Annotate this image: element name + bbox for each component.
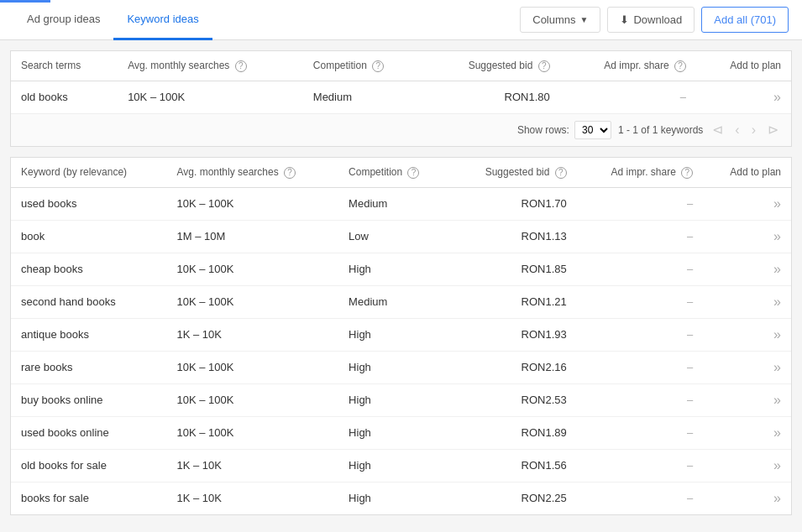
cell-search-term: old books	[11, 81, 118, 113]
columns-button[interactable]: Columns ▼	[520, 7, 600, 33]
add-to-plan-button[interactable]: »	[773, 360, 781, 375]
table-row: cheap books 10K – 100K High RON1.85 – »	[11, 253, 791, 285]
suggested-bid-help-icon[interactable]: ?	[538, 60, 550, 72]
cell-ad-impr-share: –	[560, 81, 696, 113]
table-row: buy books online 10K – 100K High RON2.53…	[11, 383, 791, 416]
cell-avg-monthly: 10K – 100K	[167, 416, 339, 449]
add-to-plan-button[interactable]: »	[773, 393, 781, 408]
cell-suggested-bid: RON1.13	[451, 220, 577, 253]
cell-competition: High	[338, 253, 451, 285]
col-kw-add-to-plan: Add to plan	[703, 158, 791, 187]
cell-add-to-plan: »	[703, 318, 791, 351]
table-row: rare books 10K – 100K High RON2.16 – »	[11, 351, 791, 383]
col-kw-competition: Competition ?	[338, 158, 451, 187]
keywords-table: Keyword (by relevance) Avg. monthly sear…	[11, 158, 791, 514]
cell-add-to-plan: »	[703, 482, 791, 514]
table-row: old books 10K – 100K Medium RON1.80 – »	[11, 81, 791, 113]
kw-avg-monthly-help-icon[interactable]: ?	[284, 167, 296, 179]
table-row: old books for sale 1K – 10K High RON1.56…	[11, 449, 791, 482]
col-keyword: Keyword (by relevance)	[11, 158, 167, 187]
avg-monthly-help-icon[interactable]: ?	[235, 60, 247, 72]
cell-keyword: book	[11, 220, 167, 253]
tab-keyword-ideas[interactable]: Keyword ideas	[113, 0, 212, 40]
show-rows-control: Show rows: 30	[517, 121, 611, 139]
cell-ad-impr-share: –	[577, 449, 703, 482]
col-kw-suggested-bid: Suggested bid ?	[451, 158, 577, 187]
cell-keyword: books for sale	[11, 482, 167, 514]
table-row: book 1M – 10M Low RON1.13 – »	[11, 220, 791, 253]
ad-impr-share-help-icon[interactable]: ?	[674, 60, 686, 72]
kw-suggested-bid-help-icon[interactable]: ?	[555, 167, 567, 179]
add-to-plan-button[interactable]: »	[773, 491, 781, 506]
kw-ad-impr-share-help-icon[interactable]: ?	[681, 167, 693, 179]
cell-ad-impr-share: –	[577, 351, 703, 383]
download-icon	[620, 13, 629, 26]
search-terms-thead: Search terms Avg. monthly searches ? Com…	[11, 51, 791, 81]
add-to-plan-button[interactable]: »	[773, 262, 781, 277]
cell-suggested-bid: RON1.93	[451, 318, 577, 351]
add-to-plan-button[interactable]: »	[773, 458, 781, 473]
cell-suggested-bid: RON2.53	[451, 383, 577, 416]
col-kw-ad-impr-share: Ad impr. share ?	[577, 158, 703, 187]
cell-avg-monthly: 1K – 10K	[167, 318, 339, 351]
cell-competition: High	[338, 416, 451, 449]
cell-avg-monthly: 10K – 100K	[167, 253, 339, 285]
download-button[interactable]: Download	[607, 7, 695, 33]
cell-keyword: buy books online	[11, 383, 167, 416]
cell-competition: Medium	[338, 187, 451, 220]
table-row: second hand books 10K – 100K Medium RON1…	[11, 285, 791, 318]
last-page-button[interactable]: ⊳	[765, 123, 781, 137]
cell-keyword: used books	[11, 187, 167, 220]
progress-bar	[0, 0, 50, 3]
add-to-plan-button[interactable]: »	[773, 425, 781, 441]
add-to-plan-button[interactable]: »	[773, 90, 781, 105]
keywords-header-row: Keyword (by relevance) Avg. monthly sear…	[11, 158, 791, 187]
add-to-plan-button[interactable]: »	[773, 196, 781, 211]
first-page-button[interactable]: ⊲	[710, 123, 726, 137]
cell-add-to-plan: »	[703, 351, 791, 383]
add-to-plan-button[interactable]: »	[773, 229, 781, 244]
keywords-tbody: used books 10K – 100K Medium RON1.70 – »…	[11, 187, 791, 514]
cell-keyword: old books for sale	[11, 449, 167, 482]
kw-competition-help-icon[interactable]: ?	[407, 167, 419, 179]
cell-suggested-bid: RON1.70	[451, 187, 577, 220]
next-page-button[interactable]: ›	[749, 123, 758, 137]
cell-ad-impr-share: –	[577, 416, 703, 449]
cell-keyword: antique books	[11, 318, 167, 351]
cell-add-to-plan: »	[703, 449, 791, 482]
cell-suggested-bid: RON1.56	[451, 449, 577, 482]
rows-per-page-select[interactable]: 30	[574, 121, 611, 139]
competition-help-icon[interactable]: ?	[372, 60, 384, 72]
cell-avg-monthly: 1K – 10K	[167, 449, 339, 482]
pagination-info: 1 - 1 of 1 keywords	[618, 124, 703, 136]
col-search-terms: Search terms	[11, 51, 118, 81]
cell-competition: Medium	[303, 81, 424, 113]
keywords-thead: Keyword (by relevance) Avg. monthly sear…	[11, 158, 791, 187]
cell-add-to-plan: »	[703, 220, 791, 253]
cell-ad-impr-share: –	[577, 318, 703, 351]
keywords-section: Keyword (by relevance) Avg. monthly sear…	[10, 157, 792, 515]
cell-keyword: rare books	[11, 351, 167, 383]
cell-avg-monthly: 1M – 10M	[167, 220, 339, 253]
add-to-plan-button[interactable]: »	[773, 327, 781, 342]
col-avg-monthly: Avg. monthly searches ?	[118, 51, 303, 81]
table-row: books for sale 1K – 10K High RON2.25 – »	[11, 482, 791, 514]
cell-ad-impr-share: –	[577, 187, 703, 220]
tab-ad-group-ideas[interactable]: Ad group ideas	[13, 0, 113, 40]
cell-competition: High	[338, 351, 451, 383]
table-row: used books 10K – 100K Medium RON1.70 – »	[11, 187, 791, 220]
pagination-row: Show rows: 30 1 - 1 of 1 keywords ⊲ ‹ › …	[11, 113, 791, 146]
col-kw-avg-monthly: Avg. monthly searches ?	[167, 158, 339, 187]
cell-keyword: second hand books	[11, 285, 167, 318]
prev-page-button[interactable]: ‹	[732, 123, 742, 137]
add-all-button[interactable]: Add all (701)	[701, 7, 789, 33]
add-to-plan-button[interactable]: »	[773, 295, 781, 310]
cell-competition: High	[338, 383, 451, 416]
cell-competition: High	[338, 318, 451, 351]
cell-avg-monthly: 10K – 100K	[167, 285, 339, 318]
table-row: used books online 10K – 100K High RON1.8…	[11, 416, 791, 449]
cell-ad-impr-share: –	[577, 383, 703, 416]
chevron-down-icon: ▼	[580, 15, 589, 24]
cell-suggested-bid: RON1.80	[424, 81, 559, 113]
col-suggested-bid: Suggested bid ?	[424, 51, 559, 81]
